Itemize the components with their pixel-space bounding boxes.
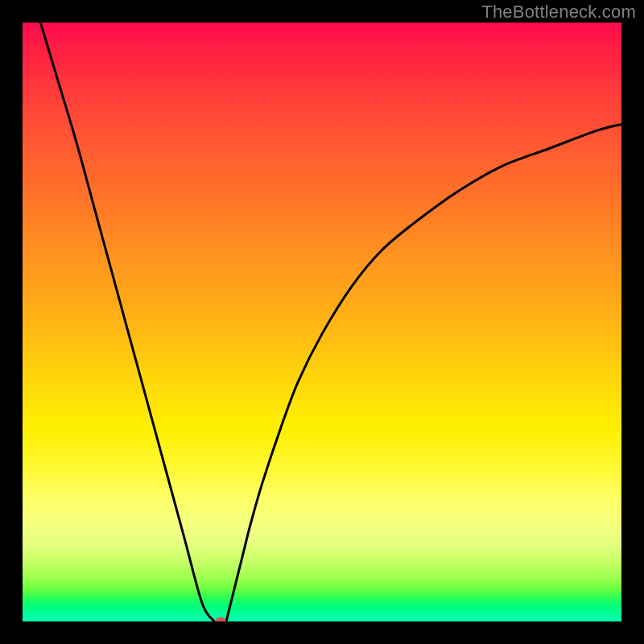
chart-frame: TheBottleneck.com	[0, 0, 644, 644]
curve-right-branch	[226, 124, 621, 621]
watermark-text: TheBottleneck.com	[481, 2, 636, 23]
min-marker-dot	[215, 617, 226, 621]
curve-layer	[23, 23, 621, 621]
plot-area	[23, 23, 621, 621]
curve-left-branch	[40, 23, 214, 621]
